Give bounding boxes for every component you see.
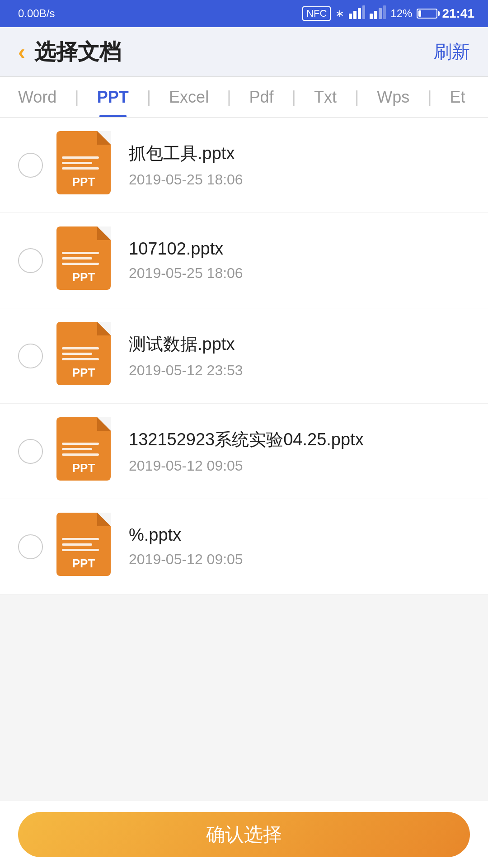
network-speed: 0.00B/s <box>14 7 55 20</box>
file-info-2: 107102.pptx 2019-05-25 18:06 <box>129 239 470 282</box>
refresh-button[interactable]: 刷新 <box>434 39 470 64</box>
file-name-1: 抓包工具.pptx <box>129 142 470 165</box>
svg-rect-0 <box>349 14 352 19</box>
file-date-3: 2019-05-12 23:53 <box>129 362 470 379</box>
file-select-radio-1[interactable] <box>18 153 43 178</box>
bluetooth-icon: ∗ <box>335 7 344 20</box>
file-date-2: 2019-05-25 18:06 <box>129 265 470 282</box>
file-info-1: 抓包工具.pptx 2019-05-25 18:06 <box>129 142 470 188</box>
header-left: ‹ 选择文档 <box>18 38 121 66</box>
file-type-icon-3: PPT <box>56 322 115 390</box>
tab-divider-4: | <box>292 88 296 107</box>
tab-divider-6: | <box>427 88 432 107</box>
svg-rect-3 <box>362 5 365 19</box>
file-type-icon-2: PPT <box>56 226 115 294</box>
tab-ppt[interactable]: PPT <box>79 77 147 117</box>
list-item[interactable]: PPT 132152923系统实验04.25.pptx 2019-05-12 0… <box>0 404 488 499</box>
tab-txt[interactable]: Txt <box>296 77 355 117</box>
list-item[interactable]: PPT 抓包工具.pptx 2019-05-25 18:06 <box>0 118 488 213</box>
file-type-icon-4: PPT <box>56 417 115 485</box>
file-list: PPT 抓包工具.pptx 2019-05-25 18:06 PPT 1071 <box>0 118 488 667</box>
file-select-radio-5[interactable] <box>18 534 43 559</box>
file-select-radio-4[interactable] <box>18 439 43 464</box>
time-display: 21:41 <box>442 6 474 21</box>
confirm-button[interactable]: 确认选择 <box>18 812 470 857</box>
svg-rect-6 <box>379 8 382 19</box>
status-bar: 0.00B/s NFC ∗ 12% 21:41 <box>0 0 488 27</box>
tab-divider-3: | <box>227 88 231 107</box>
file-name-3: 测试数据.pptx <box>129 333 470 356</box>
file-type-icon-1: PPT <box>56 131 115 199</box>
file-date-4: 2019-05-12 09:05 <box>129 458 470 474</box>
file-name-2: 107102.pptx <box>129 239 470 259</box>
status-icons: NFC ∗ 12% 21:41 <box>302 5 474 22</box>
file-info-3: 测试数据.pptx 2019-05-12 23:53 <box>129 333 470 379</box>
tab-bar: Word | PPT | Excel | Pdf | Txt | Wps | E… <box>0 77 488 118</box>
battery-icon <box>417 9 437 19</box>
back-button[interactable]: ‹ <box>18 41 25 63</box>
file-date-5: 2019-05-12 09:05 <box>129 551 470 568</box>
file-type-icon-5: PPT <box>56 513 115 580</box>
signal2-icon <box>370 5 386 22</box>
file-date-1: 2019-05-25 18:06 <box>129 171 470 188</box>
file-info-5: %.pptx 2019-05-12 09:05 <box>129 525 470 568</box>
list-item[interactable]: PPT %.pptx 2019-05-12 09:05 <box>0 499 488 594</box>
tab-wps[interactable]: Wps <box>359 77 427 117</box>
confirm-bar: 确认选择 <box>0 801 488 868</box>
tab-divider-2: | <box>147 88 151 107</box>
svg-rect-2 <box>358 8 361 19</box>
file-info-4: 132152923系统实验04.25.pptx 2019-05-12 09:05 <box>129 428 470 474</box>
page-title: 选择文档 <box>34 38 121 66</box>
battery-percent: 12% <box>390 7 412 20</box>
list-item[interactable]: PPT 测试数据.pptx 2019-05-12 23:53 <box>0 308 488 404</box>
svg-rect-7 <box>383 5 386 19</box>
signal-icon <box>349 5 365 22</box>
tab-excel[interactable]: Excel <box>151 77 227 117</box>
tab-pdf[interactable]: Pdf <box>231 77 291 117</box>
header: ‹ 选择文档 刷新 <box>0 27 488 77</box>
tab-et[interactable]: Et <box>432 77 483 117</box>
tab-divider-5: | <box>355 88 359 107</box>
file-select-radio-3[interactable] <box>18 344 43 368</box>
svg-rect-4 <box>370 14 373 19</box>
tab-word[interactable]: Word <box>0 77 75 117</box>
svg-rect-1 <box>353 11 357 19</box>
tab-divider-1: | <box>75 88 79 107</box>
file-select-radio-2[interactable] <box>18 248 43 273</box>
file-name-4: 132152923系统实验04.25.pptx <box>129 428 470 451</box>
file-name-5: %.pptx <box>129 525 470 545</box>
svg-rect-5 <box>374 11 377 19</box>
list-item[interactable]: PPT 107102.pptx 2019-05-25 18:06 <box>0 213 488 308</box>
nfc-icon: NFC <box>302 6 331 21</box>
